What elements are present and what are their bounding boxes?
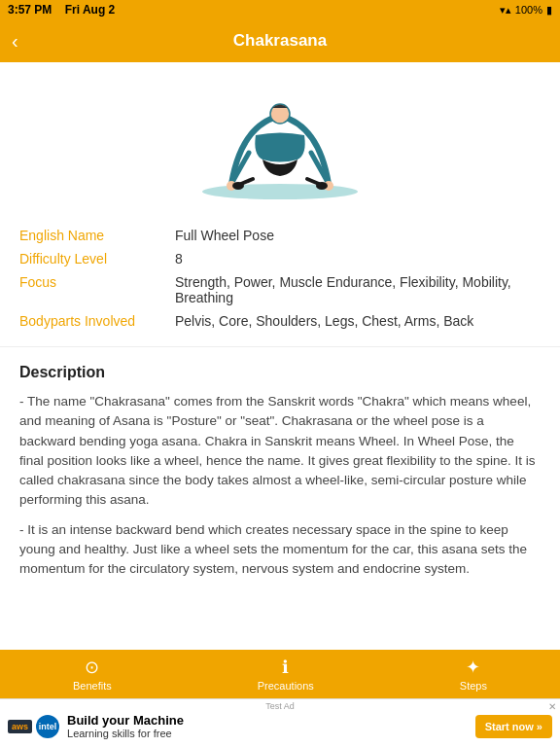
english-name-row: English Name Full Wheel Pose (19, 228, 541, 243)
main-content: English Name Full Wheel Pose Difficulty … (0, 62, 560, 650)
svg-point-0 (202, 184, 358, 199)
status-time: 3:57 PM Fri Aug 2 (8, 3, 115, 17)
pose-image (183, 77, 377, 203)
bodyparts-row: Bodyparts Involved Pelvis, Core, Shoulde… (19, 313, 541, 329)
tab-precautions[interactable]: ℹ Precautions (258, 657, 314, 692)
page-title: Chakrasana (233, 31, 327, 51)
tab-benefits-label: Benefits (73, 680, 112, 692)
svg-line-7 (307, 179, 319, 184)
focus-value: Strength, Power, Muscle Endurance, Flexi… (175, 274, 541, 305)
ad-sub-text: Learning skills for free (67, 728, 468, 739)
ad-logos: aws intel (8, 715, 59, 738)
description-title: Description (19, 361, 541, 384)
tab-steps-label: Steps (460, 680, 487, 692)
status-icons: ▾▴ 100% ▮ (500, 4, 552, 17)
app-header: ‹ Chakrasana (0, 19, 560, 62)
bodyparts-value: Pelvis, Core, Shoulders, Legs, Chest, Ar… (175, 313, 541, 329)
focus-row: Focus Strength, Power, Muscle Endurance,… (19, 274, 541, 305)
description-section: Description - The name "Chakrasana" come… (0, 347, 560, 602)
ad-test-label: Test Ad (265, 701, 295, 711)
ad-close-button[interactable]: ✕ (548, 701, 556, 712)
ad-banner: Test Ad aws intel Build your Machine Lea… (0, 698, 560, 747)
tab-bar: ⊙ Benefits ℹ Precautions ✦ Steps (0, 650, 560, 698)
intel-logo: intel (36, 715, 59, 738)
ad-main-text: Build your Machine (67, 713, 468, 729)
tab-steps[interactable]: ✦ Steps (460, 657, 487, 692)
focus-label: Focus (19, 274, 175, 290)
difficulty-row: Difficulty Level 8 (19, 251, 541, 267)
wifi-icon: ▾▴ (500, 4, 511, 17)
benefits-icon: ⊙ (85, 657, 99, 678)
back-button[interactable]: ‹ (12, 30, 18, 53)
description-paragraph-2: - It is an intense backward bend which c… (19, 520, 541, 580)
difficulty-label: Difficulty Level (19, 251, 175, 267)
info-section: English Name Full Wheel Pose Difficulty … (0, 218, 560, 347)
ad-start-button[interactable]: Start now » (475, 715, 552, 738)
difficulty-value: 8 (175, 251, 541, 267)
battery-percentage: 100% (515, 4, 542, 16)
steps-icon: ✦ (466, 657, 480, 678)
tab-benefits[interactable]: ⊙ Benefits (73, 657, 112, 692)
description-paragraph-1: - The name "Chakrasana" comes from the S… (19, 392, 541, 511)
english-name-value: Full Wheel Pose (175, 228, 541, 243)
precautions-icon: ℹ (282, 657, 289, 678)
status-bar: 3:57 PM Fri Aug 2 ▾▴ 100% ▮ (0, 0, 560, 19)
bodyparts-label: Bodyparts Involved (19, 313, 175, 329)
pose-image-container (0, 62, 560, 218)
aws-logo: aws (8, 720, 32, 733)
battery-icon: ▮ (546, 4, 552, 17)
svg-point-9 (316, 182, 328, 190)
ad-text-block: Build your Machine Learning skills for f… (67, 713, 468, 740)
tab-precautions-label: Precautions (258, 680, 314, 692)
english-name-label: English Name (19, 228, 175, 243)
svg-point-8 (232, 182, 244, 190)
svg-line-6 (241, 179, 253, 184)
